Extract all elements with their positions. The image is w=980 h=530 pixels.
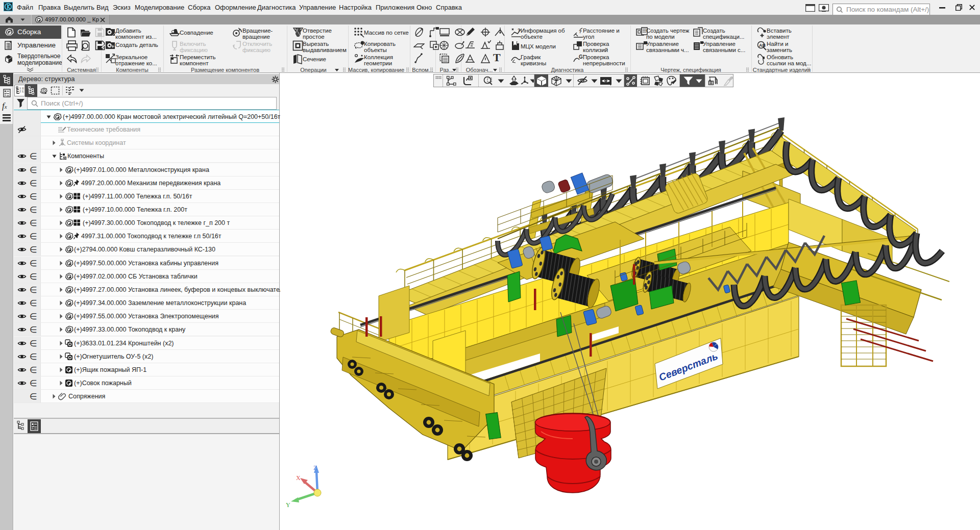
svg-text:AB: AB <box>759 43 766 48</box>
svg-text:2 12: 2 12 <box>19 90 24 93</box>
svg-text:Z: Z <box>313 464 317 471</box>
svg-text:X: X <box>296 474 301 482</box>
svg-text:Y: Y <box>286 501 290 509</box>
svg-text:?: ? <box>518 28 521 33</box>
svg-text:?: ? <box>579 29 582 34</box>
